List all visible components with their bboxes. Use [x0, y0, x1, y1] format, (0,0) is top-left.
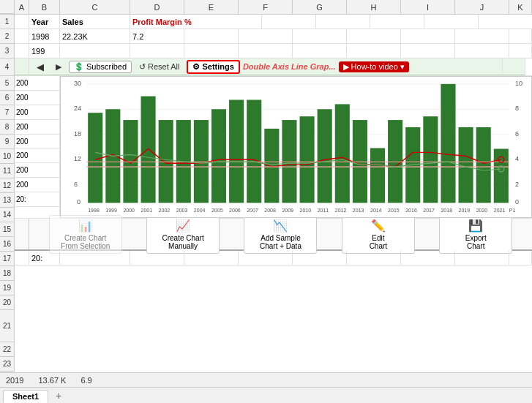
- cell-f1: [316, 15, 370, 29]
- svg-text:30: 30: [74, 80, 81, 87]
- chart-container: 30 24 18 12 6 0 10 8 6 4 2 0: [60, 76, 532, 218]
- create-chart-from-selection-button[interactable]: 📊 Create ChartFrom Selection: [49, 215, 122, 254]
- row-num-9: 9: [0, 135, 15, 149]
- sheet-tabs: Sheet1 +: [0, 387, 532, 403]
- svg-text:1998: 1998: [88, 208, 100, 213]
- subscribed-button[interactable]: 💲 Subscribed: [69, 61, 132, 73]
- row-4: ◀ ▶ 💲 Subscribed ↺ Reset All ⚙ Setting: [15, 59, 532, 76]
- chart-row: 200 200 200 200 200 200 200 200 20: 30: [15, 76, 532, 219]
- svg-text:10: 10: [515, 80, 522, 87]
- status-value1: 13.67 K: [38, 376, 66, 385]
- export-chart-button[interactable]: 💾 ExportChart: [439, 215, 512, 254]
- row-num-10: 10: [0, 149, 15, 164]
- rows-area: 1 2 3 4 5 6 7 8 9 10 11 12 13 14 15 16 1…: [0, 15, 532, 372]
- cell-b5[interactable]: 200: [15, 76, 60, 91]
- add-sheet-button[interactable]: +: [50, 388, 67, 403]
- grid: Year Sales Profit Margin % 1998 22.23K 7…: [15, 15, 532, 372]
- col-header-i: I: [401, 0, 455, 14]
- svg-text:2015: 2015: [388, 208, 400, 213]
- cell-g3: [293, 44, 347, 58]
- svg-text:2010: 2010: [300, 208, 312, 213]
- svg-text:2005: 2005: [211, 208, 223, 213]
- cell-j3: [455, 44, 509, 58]
- settings-button[interactable]: ⚙ Settings: [187, 60, 239, 74]
- cell-i3: [401, 44, 455, 58]
- cell-d3: [130, 44, 184, 58]
- edit-chart-icon: ✏️: [371, 219, 386, 233]
- cell-f22: [239, 251, 293, 265]
- row-num-11: 11: [0, 164, 15, 178]
- bottom-toolbar: 📊 Create ChartFrom Selection 📈 Create Ch…: [29, 219, 532, 249]
- back-button[interactable]: ◀: [32, 60, 48, 74]
- cell-b7[interactable]: 200: [15, 105, 60, 120]
- cell-e1: [262, 15, 316, 29]
- status-bar: 2019 13.67 K 6.9: [0, 372, 532, 387]
- forward-button[interactable]: ▶: [51, 61, 66, 73]
- svg-rect-29: [282, 120, 296, 203]
- row-num-16: 16: [0, 237, 15, 252]
- cell-b3[interactable]: 199: [29, 44, 60, 58]
- bottom-toolbar-row: 📊 Create ChartFrom Selection 📈 Create Ch…: [15, 219, 532, 251]
- row-num-8: 8: [0, 120, 15, 135]
- svg-rect-40: [476, 127, 491, 203]
- col-header-g: G: [293, 0, 347, 14]
- cell-j22: [455, 251, 509, 265]
- cell-b10[interactable]: 200: [15, 148, 60, 163]
- cell-b8[interactable]: 200: [15, 120, 60, 135]
- toolbar-content: ◀ ▶ 💲 Subscribed ↺ Reset All ⚙ Setting: [29, 59, 412, 75]
- row-num-17: 17: [0, 252, 15, 266]
- cell-k2: [509, 29, 532, 43]
- row-num-21-cell: [15, 219, 29, 249]
- settings-icon: ⚙: [192, 62, 200, 72]
- corner-cell: [0, 0, 15, 14]
- cell-b11[interactable]: 200: [15, 163, 60, 178]
- col-header-e: E: [184, 0, 239, 14]
- col-header-j: J: [455, 0, 509, 14]
- row-num-1: 1: [0, 15, 15, 29]
- create-chart-manually-button[interactable]: 📈 Create ChartManually: [146, 215, 220, 254]
- svg-rect-22: [159, 120, 173, 203]
- svg-text:1999: 1999: [105, 208, 117, 213]
- cell-g22: [293, 251, 347, 265]
- reset-button[interactable]: ↺ Reset All: [135, 61, 184, 73]
- svg-text:2009: 2009: [282, 208, 293, 213]
- create-from-selection-icon: 📊: [78, 219, 93, 233]
- cell-c1[interactable]: Sales: [60, 15, 130, 29]
- svg-rect-37: [423, 116, 438, 203]
- row-num-7: 7: [0, 105, 15, 120]
- svg-rect-26: [229, 100, 244, 203]
- toolbar-cell: ◀ ▶ 💲 Subscribed ↺ Reset All ⚙ Setting: [29, 59, 503, 75]
- svg-text:2004: 2004: [194, 208, 206, 213]
- left-cells: 200 200 200 200 200 200 200 200 20:: [15, 76, 60, 218]
- cell-d2[interactable]: 7.2: [130, 29, 184, 43]
- svg-rect-32: [335, 104, 350, 203]
- row-numbers: 1 2 3 4 5 6 7 8 9 10 11 12 13 14 15 16 1…: [0, 15, 15, 372]
- cell-d1[interactable]: Profit Margin %: [130, 15, 262, 29]
- svg-text:2002: 2002: [159, 208, 171, 213]
- create-manually-icon: 📈: [176, 219, 190, 233]
- cell-a2: [15, 29, 29, 43]
- svg-text:12: 12: [74, 155, 81, 162]
- cell-g1: [370, 15, 424, 29]
- svg-text:2: 2: [515, 181, 519, 188]
- cell-h3: [347, 44, 401, 58]
- cell-b9[interactable]: 200: [15, 135, 60, 149]
- col-header-d: D: [130, 0, 184, 14]
- status-value2: 6.9: [80, 376, 91, 385]
- col-header-h: H: [347, 0, 401, 14]
- cell-c2[interactable]: 22.23K: [60, 29, 130, 43]
- cell-b6[interactable]: 200: [15, 91, 60, 105]
- howto-button[interactable]: ▶ How-to video ▾: [339, 61, 409, 72]
- cell-b1[interactable]: Year: [29, 15, 60, 29]
- svg-text:2019: 2019: [459, 208, 471, 213]
- svg-text:6: 6: [515, 130, 519, 138]
- cell-b12[interactable]: 200: [15, 178, 60, 192]
- svg-text:6: 6: [74, 181, 78, 188]
- row-num-23: 23: [0, 357, 15, 372]
- add-sample-chart-button[interactable]: 📉 Add SampleChart + Data: [244, 215, 317, 254]
- cell-b13[interactable]: 20:: [15, 192, 60, 207]
- cell-c3: [60, 44, 130, 58]
- cell-b2[interactable]: 1998: [29, 29, 60, 43]
- sheet-tab-sheet1[interactable]: Sheet1: [3, 390, 48, 403]
- edit-chart-button[interactable]: ✏️ EditChart: [342, 215, 415, 254]
